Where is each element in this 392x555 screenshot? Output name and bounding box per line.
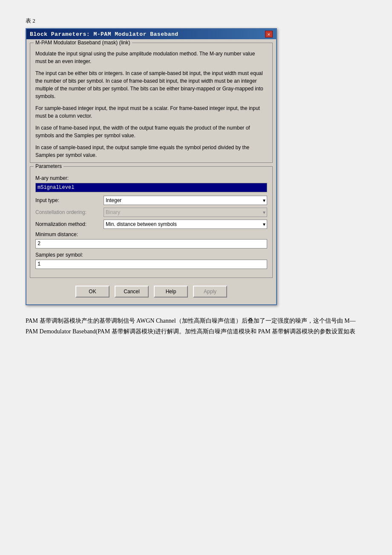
ok-button[interactable]: OK: [75, 286, 110, 298]
constellation-label: Constellation ordering:: [35, 209, 104, 215]
constellation-select[interactable]: Binary Gray: [104, 208, 267, 217]
normalization-row: Normalization method: Min. distance betw…: [35, 220, 267, 229]
constellation-row: Constellation ordering: Binary Gray ▼: [35, 208, 267, 217]
min-distance-label: Minimum distance:: [35, 231, 267, 237]
close-button[interactable]: ✕: [265, 31, 273, 38]
input-type-label: Input type:: [35, 197, 104, 203]
samples-per-symbol-block: Samples per symbol:: [35, 252, 267, 269]
cancel-button[interactable]: Cancel: [115, 286, 149, 298]
description-text: Modulate the input signal using the puls…: [35, 50, 267, 159]
description-section: M-PAM Modulator Baseband (mask) (link) M…: [30, 43, 273, 163]
buttons-row: OK Cancel Help Apply: [30, 281, 273, 301]
title-bar: Block Parameters: M-PAM Modulator Baseba…: [26, 29, 276, 39]
mask-link-label: M-PAM Modulator Baseband (mask) (link): [34, 40, 132, 46]
apply-button[interactable]: Apply: [193, 286, 227, 298]
bottom-text: PAM 基带调制器模块产生的基带调制信号 AWGN Channel（加性高斯白噪…: [26, 315, 366, 337]
desc-p1: Modulate the input signal using the puls…: [35, 50, 267, 65]
desc-p5: In case of sample-based input, the outpu…: [35, 144, 267, 159]
normalization-label: Normalization method:: [35, 221, 104, 227]
help-button[interactable]: Help: [154, 286, 188, 298]
dialog-window: Block Parameters: M-PAM Modulator Baseba…: [26, 28, 277, 305]
normalization-select-wrapper: Min. distance between symbols Average po…: [104, 220, 267, 229]
normalization-select[interactable]: Min. distance between symbols Average po…: [104, 220, 267, 229]
parameters-section: Parameters M-ary number: Input type: Int…: [30, 166, 273, 278]
mary-number-block: M-ary number:: [35, 175, 267, 192]
desc-p4: In case of frame-based input, the width …: [35, 124, 267, 139]
min-distance-block: Minimum distance:: [35, 231, 267, 249]
samples-per-symbol-input[interactable]: [35, 260, 267, 269]
mary-number-input[interactable]: [35, 183, 267, 192]
constellation-select-wrapper: Binary Gray ▼: [104, 208, 267, 217]
dialog-title: Block Parameters: M-PAM Modulator Baseba…: [30, 31, 179, 38]
table-label: 表 2: [26, 17, 366, 25]
parameters-legend: Parameters: [34, 163, 63, 169]
input-type-select-wrapper: Integer Bit ▼: [104, 196, 267, 205]
min-distance-input[interactable]: [35, 239, 267, 249]
dialog-body: M-PAM Modulator Baseband (mask) (link) M…: [26, 39, 276, 304]
input-type-select[interactable]: Integer Bit: [104, 196, 267, 205]
samples-per-symbol-label: Samples per symbol:: [35, 252, 267, 258]
desc-p3: For sample-based integer input, the inpu…: [35, 104, 267, 120]
input-type-row: Input type: Integer Bit ▼: [35, 196, 267, 205]
desc-p2: The input can be either bits or integers…: [35, 69, 267, 100]
mary-number-label: M-ary number:: [35, 175, 267, 181]
